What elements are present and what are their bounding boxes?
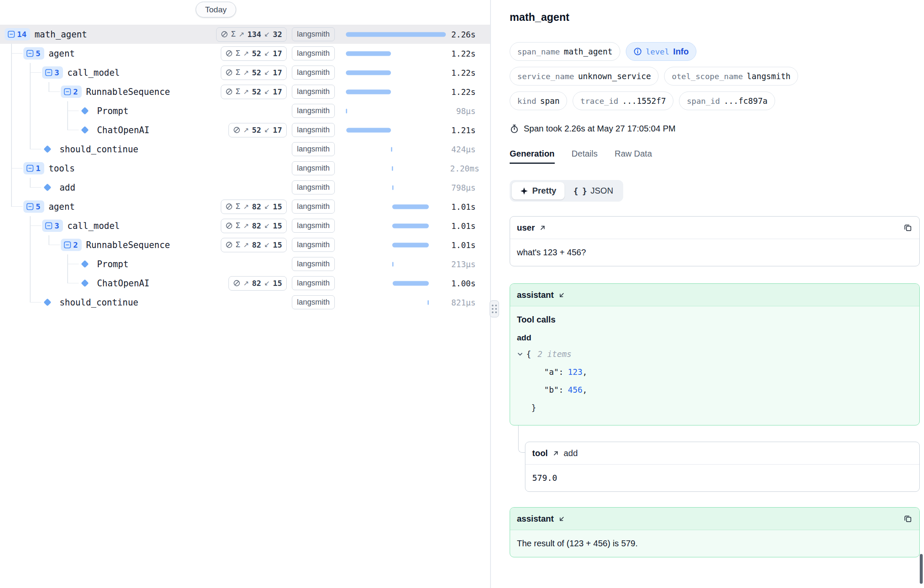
expand-toggle[interactable]: 3 bbox=[42, 66, 63, 79]
tool-call-name: add bbox=[517, 333, 913, 343]
trace-row[interactable]: should_continuelangsmith424µs bbox=[0, 140, 490, 159]
trace-row[interactable]: 3call_modelΣ↗82↙15langsmith1.01s bbox=[0, 216, 490, 235]
timeline-bar bbox=[392, 223, 429, 228]
level-pill[interactable]: levelInfo bbox=[626, 42, 696, 61]
trace-row[interactable]: 2RunnableSequenceΣ↗52↙17langsmith1.22s bbox=[0, 82, 490, 101]
span-name-label: Prompt bbox=[97, 259, 128, 269]
trace_id-pill[interactable]: trace_id...1552f7 bbox=[573, 91, 673, 110]
trace-row[interactable]: ChatOpenAI↗52↙17langsmith1.21s bbox=[0, 120, 490, 140]
timeline-cell bbox=[346, 44, 446, 63]
outbound-arrow-icon bbox=[539, 224, 546, 231]
tokens-icon bbox=[225, 88, 233, 95]
service_name-pill[interactable]: service_nameunknown_service bbox=[510, 67, 659, 86]
trace-row[interactable]: 2RunnableSequenceΣ↗82↙15langsmith1.01s bbox=[0, 235, 490, 254]
timeline-cell bbox=[346, 120, 446, 140]
copy-button[interactable] bbox=[903, 223, 913, 232]
trace-row[interactable]: should_continuelangsmith821µs bbox=[0, 293, 490, 312]
trace-row[interactable]: addlangsmith798µs bbox=[0, 178, 490, 197]
timeline-cell bbox=[346, 25, 446, 44]
pretty-label: Pretty bbox=[532, 186, 556, 196]
timeline-cell bbox=[346, 82, 446, 101]
expand-toggle[interactable]: 5 bbox=[23, 47, 44, 60]
input-arrow-icon: ↗ bbox=[243, 241, 249, 249]
duration-label: 1.22s bbox=[450, 87, 476, 97]
square-minus-icon bbox=[45, 69, 52, 76]
divider-drag-handle[interactable] bbox=[490, 300, 499, 317]
sparkle-icon bbox=[520, 187, 528, 195]
trace-row[interactable]: 5agentΣ↗82↙15langsmith1.01s bbox=[0, 197, 490, 216]
trace-tree-panel: Today 14math_agentΣ↗134↙32langsmith2.26s… bbox=[0, 0, 490, 588]
duration-label: 213µs bbox=[450, 260, 476, 269]
span-duration-line: Span took 2.26s at May 27 17:05:04 PM bbox=[510, 124, 920, 134]
timeline-bar bbox=[346, 128, 391, 132]
trace-row[interactable]: 3call_modelΣ↗52↙17langsmith1.22s bbox=[0, 63, 490, 82]
trace-row[interactable]: 5agentΣ↗52↙17langsmith1.22s bbox=[0, 44, 490, 63]
input-arrow-icon: ↗ bbox=[243, 49, 249, 57]
trace-row[interactable]: Promptlangsmith213µs bbox=[0, 254, 490, 274]
panel-divider[interactable] bbox=[490, 0, 499, 588]
json-toggle-button[interactable]: { } JSON bbox=[565, 182, 622, 200]
tab-raw-data[interactable]: Raw Data bbox=[615, 149, 652, 164]
attribute-key: level bbox=[646, 47, 670, 56]
attribute-value: math_agent bbox=[564, 47, 612, 56]
expand-toggle[interactable]: 2 bbox=[61, 86, 82, 98]
expand-toggle[interactable]: 2 bbox=[61, 239, 82, 251]
tab-generation[interactable]: Generation bbox=[510, 149, 555, 164]
span-name-label: math_agent bbox=[34, 29, 87, 40]
tool-args-json: { 2 items "a":123, "b":456, } bbox=[517, 345, 913, 417]
expand-toggle[interactable]: 1 bbox=[23, 162, 44, 174]
copy-button[interactable] bbox=[903, 514, 913, 523]
square-minus-icon bbox=[8, 31, 15, 38]
chevron-down-icon[interactable] bbox=[517, 351, 523, 357]
duration-label: 1.21s bbox=[450, 126, 476, 135]
output-arrow-icon: ↙ bbox=[264, 49, 270, 57]
user-message-content: what's 123 + 456? bbox=[510, 239, 919, 266]
kind-pill[interactable]: kindspan bbox=[510, 91, 567, 110]
timeline-cell bbox=[346, 254, 446, 274]
tokens-icon bbox=[221, 31, 228, 38]
trace-row[interactable]: 14math_agentΣ↗134↙32langsmith2.26s bbox=[0, 25, 490, 44]
timeline-cell bbox=[346, 197, 446, 216]
square-minus-icon bbox=[45, 222, 52, 229]
tool-calls-title: Tool calls bbox=[517, 315, 913, 325]
expand-toggle[interactable]: 14 bbox=[5, 28, 30, 40]
attribute-value: ...1552f7 bbox=[622, 96, 666, 106]
timeline-bar bbox=[392, 262, 394, 266]
span-name-label: agent bbox=[48, 202, 75, 212]
assistant-message-box: assistant The result of (123 + 456) is 5… bbox=[510, 507, 920, 557]
square-minus-icon bbox=[64, 88, 71, 95]
tokens-icon bbox=[225, 69, 233, 76]
timeline-bar bbox=[346, 89, 391, 94]
today-date-pill[interactable]: Today bbox=[196, 2, 236, 17]
leaf-diamond-icon bbox=[43, 145, 51, 153]
span_id-pill[interactable]: span_id...fc897a bbox=[679, 91, 775, 110]
square-minus-icon bbox=[64, 241, 71, 248]
span_name-pill[interactable]: span_namemath_agent bbox=[510, 42, 620, 61]
timeline-bar bbox=[346, 70, 391, 75]
trace-row[interactable]: 1toolslangsmith2.20ms bbox=[0, 159, 490, 178]
timeline-bar bbox=[346, 32, 446, 37]
json-entry: "a":123, bbox=[517, 363, 913, 381]
expand-toggle[interactable]: 3 bbox=[42, 220, 63, 232]
tokens-icon bbox=[225, 203, 233, 210]
inbound-arrow-icon bbox=[558, 291, 565, 299]
attribute-key: otel_scope_name bbox=[672, 72, 743, 81]
otel_scope_name-pill[interactable]: otel_scope_namelangsmith bbox=[664, 67, 798, 86]
page-title: math_agent bbox=[510, 11, 920, 23]
pretty-toggle-button[interactable]: Pretty bbox=[512, 182, 565, 200]
items-count-label: 2 items bbox=[537, 345, 571, 363]
trace-row[interactable]: Promptlangsmith98µs bbox=[0, 101, 490, 120]
tool-message-box: tool add 579.0 bbox=[525, 442, 920, 492]
scope-tag: langsmith bbox=[292, 276, 335, 290]
tab-details[interactable]: Details bbox=[572, 149, 598, 164]
scope-tag: langsmith bbox=[292, 257, 335, 271]
expand-toggle[interactable]: 5 bbox=[23, 200, 44, 213]
square-minus-icon bbox=[26, 50, 34, 57]
scrollbar-thumb[interactable] bbox=[920, 554, 923, 584]
duration-label: 2.26s bbox=[450, 30, 476, 39]
attribute-key: service_name bbox=[517, 72, 574, 81]
trace-row[interactable]: ChatOpenAI↗82↙15langsmith1.00s bbox=[0, 274, 490, 293]
timeline-bar bbox=[391, 147, 392, 151]
span-name-label: ChatOpenAI bbox=[97, 278, 149, 288]
square-minus-icon bbox=[26, 165, 34, 172]
